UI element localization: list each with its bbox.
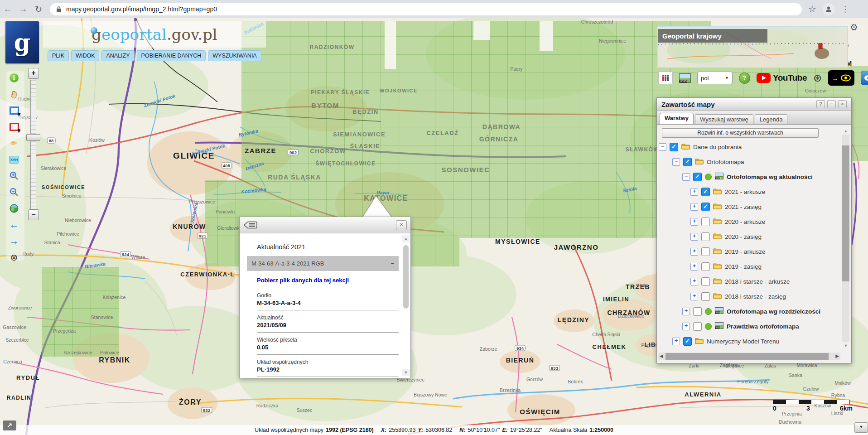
layer-checkbox[interactable] xyxy=(701,232,710,241)
tab-warstwy[interactable]: Warstwy xyxy=(660,113,694,124)
layer-checkbox[interactable]: ✓ xyxy=(683,158,692,166)
menu-item-analizy[interactable]: ANALIZY xyxy=(101,50,134,61)
expand-toggle[interactable]: + xyxy=(690,293,698,300)
scroll-left-icon[interactable]: ◀ xyxy=(660,353,663,358)
profile-avatar[interactable] xyxy=(823,3,835,15)
visibility-button[interactable] xyxy=(861,71,868,85)
layer-checkbox[interactable]: ✓ xyxy=(701,203,710,211)
layer-label[interactable]: 2020 - arkusze xyxy=(725,218,765,225)
previous-view-icon[interactable]: ← xyxy=(8,219,20,230)
back-to-results-icon[interactable] xyxy=(243,221,258,229)
zoom-out-icon[interactable] xyxy=(8,187,20,198)
panel-help-button[interactable]: ? xyxy=(816,100,825,108)
download-data-link[interactable]: Pobierz plik danych dla tej sekcji xyxy=(257,277,349,284)
menu-item-wyszukiwania[interactable]: WYSZUKIWANIA xyxy=(208,50,261,61)
geoportal-logo-tile[interactable]: g xyxy=(5,21,39,63)
address-bar[interactable]: mapy.geoportal.gov.pl/imap/Imgp_2.html?g… xyxy=(50,3,802,15)
expand-toggle[interactable]: + xyxy=(690,248,698,256)
expand-toggle[interactable]: − xyxy=(659,143,666,151)
bookmark-star-icon[interactable]: ☆ xyxy=(808,4,816,14)
expand-toggle[interactable]: + xyxy=(690,188,698,196)
expand-toggle[interactable]: + xyxy=(682,308,690,315)
layer-label[interactable]: Dane do pobrania xyxy=(693,144,742,150)
layer-label[interactable]: Ortofotomapa xyxy=(707,159,744,165)
zoom-slider-plus-button[interactable]: + xyxy=(28,68,39,79)
expand-all-layers-button[interactable]: Rozwiń inf. o wszystkich warstwach xyxy=(662,128,819,138)
layer-checkbox[interactable] xyxy=(701,277,710,286)
layer-label[interactable]: 2018 i starsze - zasięg xyxy=(725,293,786,300)
zoom-slider-track[interactable] xyxy=(30,80,36,209)
info-icon[interactable]: i xyxy=(8,72,20,83)
layer-checkbox[interactable] xyxy=(701,247,710,256)
gear-icon[interactable]: ⚙ xyxy=(850,22,858,33)
xyh-coordinates-icon[interactable]: XYH xyxy=(8,154,20,165)
expand-toggle[interactable]: + xyxy=(690,263,698,271)
menu-item-widok[interactable]: WIDOK xyxy=(71,50,99,61)
statusbar-dropdown-button[interactable]: ▼ xyxy=(854,422,868,433)
layer-checkbox[interactable] xyxy=(693,322,702,331)
browser-back-icon[interactable]: ← xyxy=(0,4,15,14)
panel-minimize-button[interactable]: − xyxy=(827,100,836,108)
expand-toggle[interactable]: + xyxy=(690,278,698,285)
help-button[interactable]: ? xyxy=(739,72,750,84)
layer-checkbox[interactable] xyxy=(701,218,710,226)
layer-checkbox[interactable]: ✓ xyxy=(683,337,692,346)
scroll-up-icon[interactable]: ▲ xyxy=(842,127,849,135)
layer-checkbox[interactable] xyxy=(701,262,710,271)
expand-corner-button[interactable]: ↗ xyxy=(3,420,16,430)
panel-title-bar[interactable]: Zawartość mapy ? − × xyxy=(657,98,851,111)
collapse-icon[interactable]: − xyxy=(391,260,394,267)
layer-label[interactable]: Prawdziwa ortofotomapa xyxy=(727,323,799,330)
zoom-slider-minus-button[interactable]: − xyxy=(28,209,39,220)
expand-toggle[interactable]: + xyxy=(690,218,698,226)
zoom-in-icon[interactable] xyxy=(8,170,20,181)
layer-label[interactable]: 2019 - zasięg xyxy=(725,263,762,270)
layer-label[interactable]: 2019 - arkusze xyxy=(725,248,765,255)
layer-checkbox[interactable]: ✓ xyxy=(670,143,678,151)
panel-close-button[interactable]: × xyxy=(838,100,847,108)
browser-menu-icon[interactable]: ⋮ xyxy=(841,5,849,14)
layer-label[interactable]: 2021 - zasięg xyxy=(725,203,762,210)
layer-label[interactable]: 2020 - zasięg xyxy=(725,233,762,240)
pan-hand-icon[interactable] xyxy=(8,89,20,100)
panel-hscroll-thumb[interactable] xyxy=(665,353,829,360)
popup-scroll-thumb[interactable] xyxy=(403,245,409,309)
expand-toggle[interactable]: + xyxy=(682,323,690,330)
layer-label[interactable]: 2021 - arkusze xyxy=(725,188,765,195)
expand-toggle[interactable]: + xyxy=(672,338,680,345)
layer-checkbox[interactable]: ✓ xyxy=(693,173,702,181)
browser-refresh-icon[interactable]: ↻ xyxy=(31,4,46,14)
tab-legenda[interactable]: Legenda xyxy=(755,114,788,124)
accessibility-contrast-button[interactable]: → xyxy=(828,70,854,86)
erase-extent-icon[interactable] xyxy=(8,121,20,132)
layer-label[interactable]: Numeryczny Model Terenu xyxy=(707,338,779,345)
layer-label[interactable]: 2018 i starsze - arkusze xyxy=(725,278,790,285)
layer-checkbox[interactable] xyxy=(701,292,710,301)
scroll-up-icon[interactable]: ▲ xyxy=(402,235,410,242)
layer-label[interactable]: Ortofotomapa wg rozdzielczości xyxy=(727,308,820,315)
expand-toggle[interactable]: + xyxy=(690,233,698,241)
full-extent-globe-icon[interactable] xyxy=(8,203,20,214)
layer-label[interactable]: Ortofotomapa wg aktualności xyxy=(727,174,813,180)
draw-icon[interactable]: ✏ xyxy=(8,138,20,149)
tab-wyszukaj-warstwę[interactable]: Wyszukaj warstwę xyxy=(695,114,753,124)
browser-forward-icon[interactable]: → xyxy=(15,4,31,14)
language-select[interactable]: pol ▼ xyxy=(697,72,733,84)
scroll-down-icon[interactable]: ▼ xyxy=(842,342,849,349)
panel-scroll-thumb[interactable] xyxy=(842,145,849,281)
scroll-right-icon[interactable]: ▶ xyxy=(835,353,839,358)
panel-horizontal-scrollbar[interactable]: ◀ ▶ xyxy=(658,353,840,360)
popup-scrollbar[interactable]: ▲ ▼ xyxy=(402,235,410,376)
menu-item-pobieranie-danych[interactable]: POBIERANIE DANYCH xyxy=(137,50,206,61)
expand-toggle[interactable]: − xyxy=(682,173,690,181)
clear-icon[interactable]: ⊗ xyxy=(8,252,20,263)
scroll-down-icon[interactable]: ▼ xyxy=(402,369,410,376)
panel-vertical-scrollbar[interactable]: ▲ ▼ xyxy=(842,127,849,349)
menu-item-plik[interactable]: PLIK xyxy=(48,50,69,61)
wms-service-button[interactable]: WMS xyxy=(679,73,691,83)
next-view-icon[interactable]: → xyxy=(8,236,20,246)
zoom-slider-handle[interactable] xyxy=(26,134,40,141)
expand-toggle[interactable]: − xyxy=(672,158,680,166)
layer-checkbox[interactable]: ✓ xyxy=(701,188,710,196)
layer-checkbox[interactable] xyxy=(693,307,702,316)
